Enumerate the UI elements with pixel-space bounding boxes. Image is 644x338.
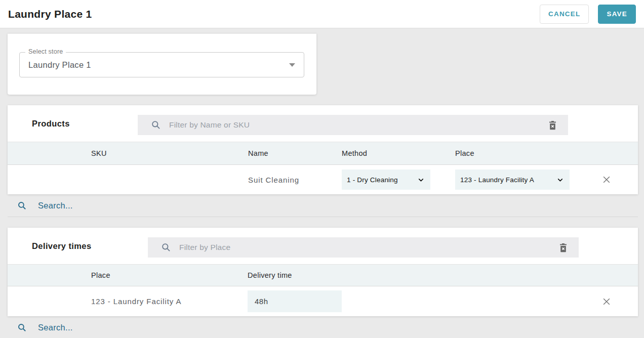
method-select-value: 1 - Dry Cleaning bbox=[347, 176, 414, 184]
store-select[interactable]: Select store Laundry Place 1 bbox=[19, 52, 304, 77]
delivery-search-row bbox=[8, 316, 638, 338]
delivery-search-input[interactable] bbox=[38, 323, 638, 332]
product-search-row bbox=[8, 194, 638, 217]
column-header-place: Place bbox=[91, 271, 248, 279]
search-icon bbox=[17, 323, 27, 332]
clear-delivery-filter-button[interactable] bbox=[557, 241, 569, 254]
column-header-place: Place bbox=[455, 149, 575, 157]
product-name: Suit Cleaning bbox=[248, 176, 342, 184]
place-select-value: 123 - Laundry Facility A bbox=[460, 176, 553, 184]
trash-clear-icon bbox=[548, 120, 557, 131]
products-header: Products bbox=[8, 105, 638, 142]
store-card: Select store Laundry Place 1 bbox=[8, 33, 316, 95]
products-section: Products SKU Name Method Place Suit Clea… bbox=[8, 105, 638, 194]
delivery-times-header: Delivery times bbox=[8, 228, 638, 264]
delivery-times-title: Delivery times bbox=[32, 241, 92, 251]
clear-products-filter-button[interactable] bbox=[547, 119, 558, 131]
table-row: Suit Cleaning 1 - Dry Cleaning 123 - Lau… bbox=[8, 165, 638, 194]
header-actions: CANCEL SAVE bbox=[540, 5, 636, 24]
delivery-filter-input[interactable] bbox=[179, 243, 557, 252]
cancel-button[interactable]: CANCEL bbox=[540, 5, 589, 24]
products-filter-input[interactable] bbox=[169, 120, 547, 130]
column-header-method: Method bbox=[342, 149, 455, 157]
trash-clear-icon bbox=[558, 242, 568, 253]
table-row: 123 - Laundry Facility A bbox=[8, 286, 638, 316]
products-title: Products bbox=[32, 119, 70, 129]
method-select[interactable]: 1 - Dry Cleaning bbox=[342, 170, 430, 190]
column-header-sku: SKU bbox=[91, 149, 248, 157]
delivery-table-header: Place Delivery time bbox=[8, 264, 638, 286]
store-select-label: Select store bbox=[25, 48, 66, 55]
divider bbox=[8, 33, 316, 34]
page-title: Laundry Place 1 bbox=[8, 8, 540, 20]
product-search-input[interactable] bbox=[38, 201, 638, 210]
delivery-times-section: Delivery times Place Delivery time 123 -… bbox=[8, 228, 638, 316]
place-select[interactable]: 123 - Laundry Facility A bbox=[455, 170, 570, 190]
store-select-value: Laundry Place 1 bbox=[20, 53, 304, 77]
delivery-place: 123 - Laundry Facility A bbox=[91, 297, 248, 306]
save-button[interactable]: SAVE bbox=[598, 5, 636, 24]
products-table-header: SKU Name Method Place bbox=[8, 142, 638, 165]
delivery-filter-field bbox=[148, 237, 579, 258]
column-header-name: Name bbox=[248, 149, 342, 157]
remove-delivery-time-button[interactable] bbox=[600, 295, 613, 308]
close-icon bbox=[601, 297, 612, 307]
search-icon bbox=[17, 201, 27, 210]
delivery-time-input[interactable] bbox=[248, 290, 342, 312]
chevron-down-icon bbox=[557, 177, 564, 183]
top-bar: Laundry Place 1 CANCEL SAVE bbox=[0, 0, 644, 28]
column-header-delivery-time: Delivery time bbox=[248, 271, 575, 279]
products-filter-field bbox=[138, 115, 568, 135]
chevron-down-icon bbox=[289, 63, 295, 67]
chevron-down-icon bbox=[418, 177, 424, 183]
remove-product-button[interactable] bbox=[600, 173, 613, 186]
close-icon bbox=[601, 175, 612, 185]
search-icon bbox=[161, 242, 171, 252]
search-icon bbox=[151, 120, 161, 130]
